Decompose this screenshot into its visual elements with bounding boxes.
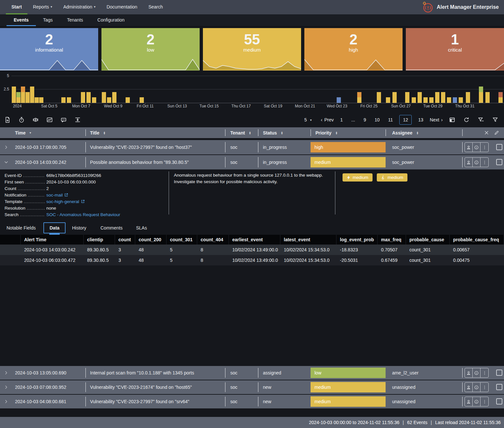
timeline-bar[interactable] (377, 92, 381, 103)
next-page-button[interactable]: Next› (430, 117, 443, 122)
timeline-bar[interactable] (337, 97, 341, 103)
info-button[interactable] (473, 158, 481, 167)
event-row[interactable]: 2024-10-03 07:08:00.952 Vulnerability "C… (0, 380, 504, 394)
expand-row-button[interactable] (4, 140, 8, 154)
timeline-bar[interactable] (30, 87, 34, 103)
timeline-bar[interactable] (453, 97, 457, 103)
col-count-301[interactable]: count_301 (167, 235, 197, 245)
refresh-button[interactable] (462, 115, 471, 125)
tab-configuration[interactable]: Configuration (90, 14, 132, 26)
chart-button[interactable] (45, 115, 54, 125)
nav-start[interactable]: Start (6, 0, 27, 14)
event-row-expanded[interactable]: 2024-10-03 14:03:00.242 Possible anomalo… (0, 155, 504, 169)
col-title[interactable]: Title▲▼ (90, 127, 105, 138)
column-layout-button[interactable] (447, 115, 457, 125)
timeline-bar[interactable] (92, 97, 96, 103)
timeline-bar[interactable] (140, 97, 144, 103)
timeline-bar[interactable] (459, 97, 463, 103)
timeline-bar[interactable] (25, 92, 30, 103)
nav-administration[interactable]: Administration▾ (58, 0, 101, 14)
timeline-bar[interactable] (447, 97, 451, 103)
col-count[interactable]: count (115, 235, 135, 245)
timeline-bar[interactable] (126, 97, 130, 103)
data-row[interactable]: 2024-10-03 14:03:00.242 89.30.80.5 3 48 … (0, 245, 504, 255)
expand-row-button[interactable] (4, 366, 8, 380)
timeline-bar[interactable] (412, 97, 416, 103)
add-event-button[interactable] (3, 115, 12, 125)
col-log-event-prob[interactable]: log_event_prob (337, 235, 378, 245)
tab-events[interactable]: Events (7, 14, 36, 26)
tab-slas[interactable]: SLAs (136, 225, 147, 230)
info-button[interactable] (473, 143, 481, 152)
more-actions-button[interactable] (481, 368, 488, 377)
tab-history[interactable]: History (72, 225, 86, 230)
col-earliest-event[interactable]: earliest_event (229, 235, 281, 245)
page-12-current[interactable]: 12 (399, 115, 412, 125)
info-button[interactable] (473, 397, 481, 406)
impact-badge[interactable]: medium (377, 173, 407, 182)
more-actions-button[interactable] (481, 143, 488, 152)
assign-user-button[interactable] (465, 383, 473, 392)
info-button[interactable] (473, 368, 481, 377)
nav-reports[interactable]: Reports▾ (27, 0, 58, 14)
page-9[interactable]: 9 (361, 115, 368, 124)
prev-page-button[interactable]: ‹Prev (321, 117, 334, 122)
timeline-bar[interactable] (423, 97, 428, 103)
col-priority[interactable]: Priority▲▼ (315, 127, 338, 138)
timeline-bar[interactable] (498, 97, 503, 103)
expand-row-button[interactable] (4, 380, 8, 394)
timeline-bar[interactable] (16, 97, 21, 103)
timeline-bar[interactable] (498, 92, 503, 98)
timeline-bar[interactable] (21, 87, 25, 92)
kpi-card-informational[interactable]: 2 informational (0, 28, 98, 71)
col-probable-cause-freq[interactable]: probable_cause_freq (450, 235, 504, 245)
collapse-row-button[interactable] (4, 155, 8, 169)
row-checkbox[interactable] (496, 159, 502, 165)
more-actions-button[interactable] (481, 383, 488, 392)
col-latest-event[interactable]: latest_event (281, 235, 337, 245)
assign-user-button[interactable] (465, 368, 473, 377)
template-link[interactable]: soc-high-general (46, 199, 79, 204)
timeline-bar[interactable] (418, 92, 422, 103)
timeline-bar[interactable] (357, 92, 361, 98)
timeline-bar[interactable] (357, 97, 361, 103)
expand-row-button[interactable] (4, 395, 8, 408)
row-checkbox[interactable] (496, 370, 502, 376)
nav-search[interactable]: Search (143, 0, 168, 14)
nav-documentation[interactable]: Documentation (101, 0, 143, 14)
timeline-bar[interactable] (21, 92, 25, 103)
page-1[interactable]: 1 (338, 115, 345, 124)
col-clientip[interactable]: clientip (84, 235, 115, 245)
timeline-bar[interactable] (392, 92, 397, 103)
timeline-bar[interactable] (67, 97, 71, 103)
timeline-bar[interactable] (405, 92, 409, 103)
timeline-bar[interactable] (386, 97, 390, 103)
timeline-bar[interactable] (112, 92, 116, 103)
col-max-freq[interactable]: max_freq (378, 235, 406, 245)
timeline-bar[interactable] (107, 97, 111, 103)
assign-user-button[interactable] (465, 158, 473, 167)
row-checkbox[interactable] (496, 384, 502, 390)
col-tenant[interactable]: Tenant▲▼ (230, 127, 251, 138)
kpi-card-critical[interactable]: 1 critical (406, 28, 504, 71)
event-row[interactable]: 2024-10-03 04:08:00.681 Vulnerability "C… (0, 395, 504, 408)
timeline-bars[interactable] (0, 71, 504, 103)
filter-button[interactable] (490, 115, 500, 125)
kpi-card-medium[interactable]: 55 medium (203, 28, 301, 71)
col-count-404[interactable]: count_404 (197, 235, 229, 245)
timeline-bar[interactable] (479, 92, 483, 103)
edit-button[interactable] (494, 127, 499, 138)
assign-user-button[interactable] (465, 397, 473, 406)
timeline-bar[interactable] (39, 97, 43, 103)
data-row[interactable]: 2024-10-03 06:03:00.472 89.30.80.5 3 48 … (0, 255, 504, 265)
more-actions-button[interactable] (481, 397, 488, 406)
page-11[interactable]: 11 (386, 115, 395, 124)
comments-button[interactable] (59, 115, 69, 125)
timeline-bar[interactable] (485, 92, 490, 103)
timer-button[interactable] (17, 115, 26, 125)
timeline-bar[interactable] (35, 97, 39, 103)
timeline-bar[interactable] (435, 92, 439, 103)
alarm-button[interactable] (31, 115, 40, 125)
timeline-bar[interactable] (429, 97, 434, 103)
page-13[interactable]: 13 (416, 115, 425, 124)
